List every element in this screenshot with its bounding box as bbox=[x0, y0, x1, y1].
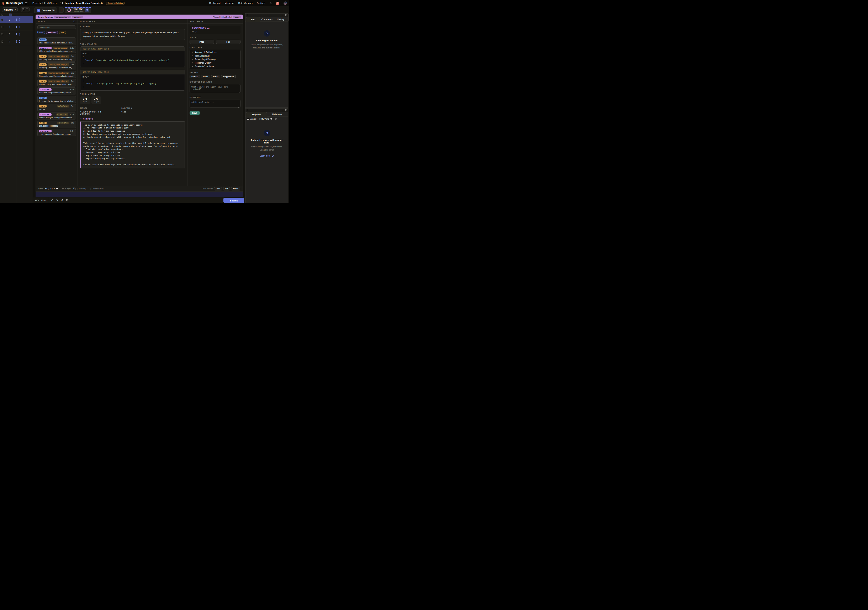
help-icon[interactable]: ? bbox=[276, 2, 279, 5]
tool-call-input-json: { "query": "damaged product replacement … bbox=[82, 79, 183, 88]
severity-major-button[interactable]: Major bbox=[201, 75, 210, 78]
breadcrumb-project-group[interactable]: LLM Observ... bbox=[44, 2, 58, 5]
turn-card[interactable]: USERI need to escalate a complaint. I or… bbox=[37, 37, 76, 45]
turn-card[interactable]: TOOLcalculator1ms192.99 bbox=[37, 104, 76, 112]
tab-history[interactable]: History bbox=[274, 17, 287, 22]
expected-behavior-input[interactable] bbox=[189, 84, 240, 93]
drag-handle-icon[interactable] bbox=[247, 109, 249, 111]
collapse-panel-icon[interactable] bbox=[285, 109, 287, 111]
verdict-fail-button[interactable]: Fail bbox=[216, 40, 241, 44]
columns-dropdown[interactable]: Columns ▾ bbox=[2, 8, 18, 12]
turn-card[interactable]: ASSISTANT8.1sBased on the policies I fou… bbox=[37, 87, 76, 95]
turn-card-header: TOOLsearch_knowledge_base1ms bbox=[39, 72, 74, 74]
turn-card[interactable]: ASSISTANTsearch_knowledge_base6.0sI'll h… bbox=[37, 46, 76, 53]
save-button[interactable]: Save bbox=[189, 111, 200, 115]
user-avatar[interactable] bbox=[284, 2, 287, 5]
redo-icon[interactable]: ↷ bbox=[56, 199, 58, 202]
row-checkbox[interactable] bbox=[1, 19, 3, 21]
table-row[interactable]: 0{ } bbox=[0, 23, 33, 31]
severity-critical-button[interactable]: Critical bbox=[189, 75, 200, 78]
trace-verdict-mixed-button[interactable]: Mixed bbox=[231, 187, 240, 191]
filter-chip-assistant[interactable]: Assistant bbox=[46, 31, 58, 34]
issue-tag-response-quality[interactable]: +Response Quality bbox=[190, 61, 240, 65]
table-row[interactable]: 0{ } bbox=[0, 38, 33, 45]
row-checkbox[interactable] bbox=[1, 40, 3, 43]
turn-card[interactable]: ASSISTANTcalculator4.7sLet me walk you t… bbox=[37, 112, 76, 120]
json-icon: { } bbox=[16, 33, 21, 36]
nav-link-members[interactable]: Members bbox=[225, 2, 234, 5]
nav-link-data-manager[interactable]: Data Manager bbox=[239, 2, 253, 5]
content-label: CONTENT bbox=[80, 26, 185, 28]
resize-handle-icon[interactable] bbox=[239, 92, 240, 93]
tab-comments[interactable]: Comments bbox=[260, 17, 274, 22]
resize-handle-icon[interactable] bbox=[239, 106, 240, 108]
turn-duration: 0ms bbox=[71, 122, 74, 124]
issue-tag-accuracy-faithfulness[interactable]: +Accuracy & Faithfulness bbox=[190, 51, 240, 54]
row-checkbox[interactable] bbox=[1, 26, 3, 28]
filter-chip-user[interactable]: User bbox=[37, 31, 45, 34]
tab-regions[interactable]: Regions bbox=[246, 112, 267, 116]
turn-tool-chip: search_knowledge_base bbox=[48, 72, 70, 74]
tab-info[interactable]: Info bbox=[246, 17, 260, 22]
turn-card[interactable]: ASSISTANT6.0s**Your net out-of-pocket co… bbox=[37, 129, 76, 137]
manual-label: Manual bbox=[250, 118, 256, 120]
turn-card[interactable]: USERIf I return the damaged item for a f… bbox=[37, 96, 76, 103]
submit-button[interactable]: Submit bbox=[223, 198, 244, 203]
copy-trace-id-button[interactable]: copy bbox=[233, 16, 241, 18]
turn-card-header: TOOLcalculator1ms bbox=[39, 105, 74, 107]
issue-tag-tool-retrieval[interactable]: +Tool & Retrieval bbox=[190, 54, 240, 57]
verdict-pass-button[interactable]: Pass bbox=[189, 40, 214, 44]
collapse-panel-icon[interactable] bbox=[285, 14, 287, 16]
manual-grouping-button[interactable]: Manual bbox=[247, 118, 256, 120]
window-scrollbar[interactable] bbox=[288, 13, 289, 203]
turn-card[interactable]: TOOLsearch_knowledge_base2msRefund polic… bbox=[37, 79, 76, 87]
list-view-button[interactable] bbox=[26, 8, 29, 11]
issue-tags-label: ISSUE TAGS bbox=[189, 47, 240, 48]
thinking-toggle[interactable]: ▼ THINKING bbox=[80, 118, 185, 120]
duration-label: DURATION bbox=[121, 107, 132, 109]
row-annotation-count: 0 bbox=[5, 26, 13, 28]
row-view-button[interactable] bbox=[22, 8, 25, 11]
tab-compare-all[interactable]: Compare All bbox=[34, 7, 57, 13]
table-row[interactable]: 0{ } bbox=[0, 16, 33, 23]
drag-handle-icon[interactable] bbox=[247, 14, 249, 16]
eye-icon[interactable] bbox=[274, 118, 277, 120]
table-row[interactable]: 0{ } bbox=[0, 31, 33, 38]
breadcrumb-projects[interactable]: Projects bbox=[33, 2, 41, 5]
trace-verdict-pass-button[interactable]: Pass bbox=[214, 187, 222, 191]
reset-icon[interactable]: ↺ bbox=[61, 199, 63, 202]
severity-suggestion-button[interactable]: Suggestion bbox=[221, 75, 236, 78]
expand-panel-icon[interactable]: › bbox=[283, 109, 283, 111]
menu-icon[interactable] bbox=[25, 2, 28, 5]
comments-input[interactable] bbox=[189, 99, 240, 107]
undo-icon[interactable]: ↶ bbox=[51, 199, 53, 202]
humansignal-logo[interactable]: HumanSignal bbox=[3, 2, 23, 5]
by-time-sort-button[interactable]: By Time bbox=[259, 118, 272, 120]
expand-panel-icon[interactable]: › bbox=[283, 14, 283, 16]
turn-card[interactable]: TOOLsearch_knowledge_base1msShipping: St… bbox=[37, 54, 76, 62]
nav-link-dashboard[interactable]: Dashboard bbox=[209, 2, 220, 5]
trace-verdict-fail-button[interactable]: Fail bbox=[223, 187, 230, 191]
turn-tool-chip: search_knowledge_base bbox=[53, 47, 68, 49]
issue-tag-reasoning-planning[interactable]: +Reasoning & Planning bbox=[190, 57, 240, 61]
region-mode-icon[interactable] bbox=[85, 8, 89, 12]
search-turns-input[interactable] bbox=[37, 25, 76, 29]
turn-card[interactable]: TOOLsearch_knowledge_base1msShipping: St… bbox=[37, 62, 76, 70]
tab-front-man[interactable]: Front Man 1 minute ago bbox=[65, 7, 91, 13]
turn-card[interactable]: TOOLsearch_knowledge_base1msNo results f… bbox=[37, 71, 76, 78]
search-icon[interactable] bbox=[270, 2, 272, 5]
issue-tag-safety-compliance[interactable]: +Safety & Compliance bbox=[190, 65, 240, 68]
langfuse-badge: langfuse bbox=[72, 16, 83, 18]
filter-chip-tool[interactable]: Tool bbox=[59, 31, 66, 34]
settings-sliders-icon[interactable] bbox=[66, 199, 68, 202]
severity-minor-button[interactable]: Minor bbox=[211, 75, 220, 78]
turn-preview: Shipping: Standard (5-7 business days, f… bbox=[39, 58, 74, 61]
turn-card[interactable]: TOOLcalculator0ms205.98000000000002 bbox=[37, 121, 76, 128]
tab-relations[interactable]: Relations bbox=[267, 112, 288, 116]
learn-more-link[interactable]: Learn more bbox=[260, 155, 274, 157]
select-all-checkbox[interactable] bbox=[1, 14, 3, 16]
scrollbar-thumb[interactable] bbox=[288, 14, 289, 21]
add-annotation-tab-button[interactable]: + bbox=[59, 7, 64, 13]
row-checkbox[interactable] bbox=[1, 33, 3, 35]
nav-link-settings[interactable]: Settings bbox=[257, 2, 265, 5]
